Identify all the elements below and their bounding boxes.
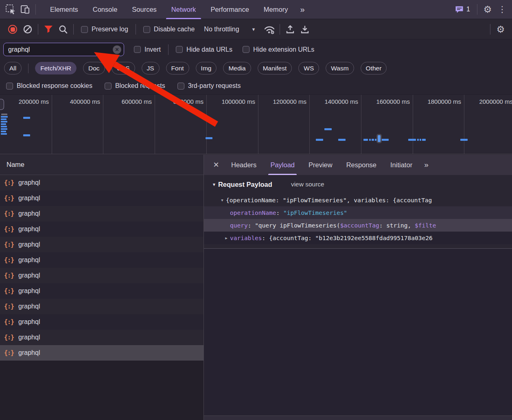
divider [28,63,28,73]
tab-console[interactable]: Console [85,0,125,19]
more-detail-tabs-button[interactable]: » [419,160,433,169]
waterfall-tick-label: 1600000 ms [376,98,413,105]
request-name: graphql [18,225,40,233]
request-name: graphql [18,287,40,295]
search-button[interactable] [56,22,70,37]
divider [35,4,36,15]
clear-button[interactable] [20,22,35,37]
tab-elements[interactable]: Elements [43,0,85,19]
request-row-graphql[interactable]: {:}graphql [0,190,203,206]
type-filter-other[interactable]: Other [361,62,387,74]
request-row-graphql[interactable]: {:}graphql [0,221,203,237]
preserve-log-checkbox[interactable]: Preserve log [81,26,128,33]
close-detail-button[interactable]: ✕ [208,155,224,175]
payload-row[interactable]: ▼{operationName: "ipFlowTimeseries", var… [204,194,512,206]
tab-memory[interactable]: Memory [256,0,295,19]
tab-performance[interactable]: Performance [203,0,256,19]
disable-cache-label: Disable cache [154,26,195,33]
more-panels-button[interactable]: » [295,5,309,14]
record-button[interactable] [8,25,17,34]
more-options-button[interactable]: ⋮ [495,2,510,17]
overview-drag-handle[interactable] [0,99,4,110]
json-braces-icon: {:} [4,272,14,279]
name-column-label: Name [7,161,24,168]
waterfall-gridline [309,95,310,154]
network-filter-input[interactable] [3,43,124,56]
tab-network[interactable]: Network [164,0,203,19]
request-name: graphql [18,256,40,264]
request-row-graphql[interactable]: {:}graphql [0,314,203,330]
checkbox-blocked-requests[interactable]: Blocked requests [105,82,165,90]
filter-toggle-button[interactable] [41,22,56,37]
request-row-graphql[interactable]: {:}graphql [0,345,203,361]
request-timing-bar [420,139,421,141]
network-conditions-button[interactable] [262,22,277,37]
request-row-graphql[interactable]: {:}graphql [0,237,203,252]
type-filter-doc[interactable]: Doc [83,62,105,74]
payload-row[interactable]: query: "query ipFlowTimeseries($accountT… [204,219,512,232]
request-row-graphql[interactable]: {:}graphql [0,206,203,221]
detail-tab-payload[interactable]: Payload [263,155,302,175]
request-row-graphql[interactable]: {:}graphql [0,268,203,283]
hide-data-urls-checkbox[interactable]: Hide data URLs [176,46,232,53]
network-settings-gear-icon[interactable]: ⚙ [493,22,508,37]
checkbox-box [81,26,88,33]
download-icon [300,24,310,34]
type-filter-css[interactable]: CSS [112,62,135,74]
detail-tab-initiator[interactable]: Initiator [383,155,419,175]
tab-sources[interactable]: Sources [125,0,164,19]
request-row-graphql[interactable]: {:}graphql [0,252,203,268]
issues-counter[interactable]: 1 [451,6,474,13]
network-overview-waterfall[interactable]: 200000 ms400000 ms600000 ms800000 ms1000… [0,94,512,154]
detail-tab-preview[interactable]: Preview [302,155,339,175]
type-filter-js[interactable]: JS [142,62,160,74]
request-name: graphql [18,241,40,248]
issues-count: 1 [466,6,470,13]
request-row-graphql[interactable]: {:}graphql [0,299,203,314]
checkbox-3rd-party-requests[interactable]: 3rd-party requests [177,82,241,90]
payload-row[interactable]: ▶variables: {accountTag: "b12e3b2192ee55… [204,232,512,244]
checkbox-blocked-response-cookies[interactable]: Blocked response cookies [6,82,92,90]
checkbox-label: 3rd-party requests [188,82,241,90]
network-conditions-icon [263,24,276,35]
invert-checkbox[interactable]: Invert [134,46,161,53]
type-filter-manifest[interactable]: Manifest [258,62,292,74]
view-source-link[interactable]: view source [291,181,324,188]
name-column-header[interactable]: Name [0,155,203,175]
tree-caret-right-icon[interactable]: ▶ [223,236,230,240]
type-filter-all[interactable]: All [4,62,22,74]
settings-gear-icon[interactable]: ⚙ [480,2,495,17]
request-name: graphql [18,318,40,326]
payload-row[interactable]: operationName: "ipFlowTimeseries" [204,206,512,219]
detail-bottom-scroll-track[interactable] [204,416,512,420]
disable-cache-checkbox[interactable]: Disable cache [143,26,195,33]
payload-segment-key: query [230,222,248,229]
clear-filter-icon[interactable]: ✕ [113,45,121,54]
request-row-graphql[interactable]: {:}graphql [0,175,203,190]
request-payload-header[interactable]: ▼ Request Payload view source [204,175,512,194]
json-braces-icon: {:} [4,195,14,202]
device-toolbar-button[interactable] [18,2,33,17]
payload-tree: ▼{operationName: "ipFlowTimeseries", var… [204,194,512,244]
type-filter-wasm[interactable]: Wasm [326,62,354,74]
waterfall-tick-label: 800000 ms [173,98,206,105]
hide-extension-urls-checkbox[interactable]: Hide extension URLs [243,46,314,53]
request-timing-bar [1,118,7,120]
filter-input-wrap: ✕ [3,43,124,56]
type-filter-img[interactable]: Img [196,62,217,74]
type-filter-font[interactable]: Font [166,62,189,74]
detail-tab-headers[interactable]: Headers [224,155,263,175]
type-filter-media[interactable]: Media [223,62,251,74]
request-row-graphql[interactable]: {:}graphql [0,330,203,345]
inspect-element-button[interactable] [3,2,18,17]
type-filter-fetch-xhr[interactable]: Fetch/XHR [35,62,77,74]
request-row-graphql[interactable]: {:}graphql [0,283,203,299]
divider [38,24,38,35]
import-har-button[interactable] [283,22,298,37]
tree-caret-down-icon[interactable]: ▼ [219,198,226,202]
export-har-button[interactable] [298,22,312,37]
waterfall-tick-label: 200000 ms [19,98,52,105]
detail-tab-response[interactable]: Response [339,155,383,175]
type-filter-ws[interactable]: WS [298,62,319,74]
throttling-select[interactable]: No throttling ▼ [204,26,256,33]
